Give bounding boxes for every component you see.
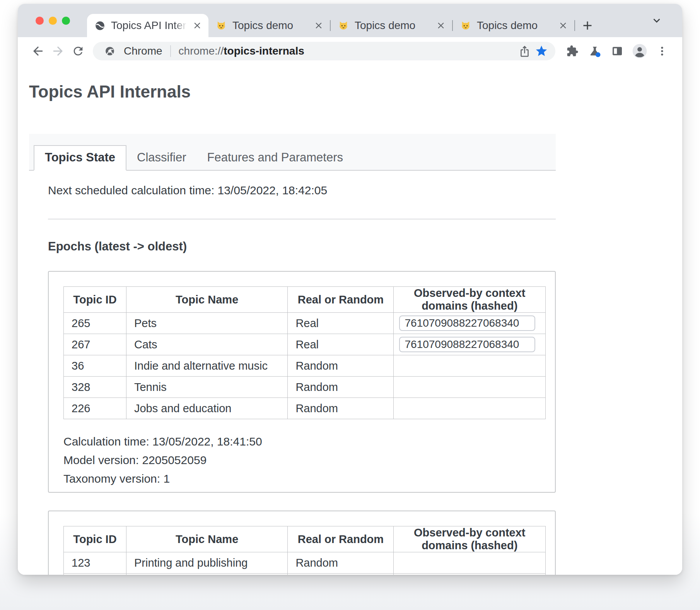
observed-domains-cell	[394, 398, 546, 419]
side-panel-icon	[611, 45, 623, 57]
profile-button[interactable]	[630, 41, 650, 61]
topic-name-cell: Indie and alternative music	[126, 355, 287, 377]
real-or-random-cell: Random	[288, 552, 394, 574]
hashed-domain-input[interactable]	[399, 315, 535, 331]
window-controls	[18, 17, 87, 25]
browser-toolbar: Chrome chrome://topics-internals	[18, 37, 682, 65]
taxonomy-version: Taxonomy version: 1	[63, 469, 546, 488]
tab-title: Topics API Internals	[111, 19, 188, 32]
share-button[interactable]	[516, 43, 533, 60]
profile-avatar	[632, 43, 647, 59]
share-icon	[519, 45, 531, 57]
browser-window: Topics API Internals Topics demo Topics …	[18, 4, 682, 575]
tab-close-icon[interactable]	[436, 21, 446, 31]
side-panel-button[interactable]	[607, 41, 627, 61]
observed-domains-cell	[394, 355, 546, 377]
window-zoom-button[interactable]	[62, 17, 70, 25]
table-row: 267 Cats Real	[64, 334, 546, 355]
bookmark-button[interactable]	[533, 43, 550, 60]
topic-id-cell: 36	[64, 355, 126, 377]
extensions-button[interactable]	[562, 41, 582, 61]
topic-id-cell: 328	[64, 377, 126, 398]
real-or-random-cell: Real	[288, 313, 394, 334]
tab-classifier[interactable]: Classifier	[126, 145, 196, 170]
real-or-random-cell: Random	[288, 574, 394, 575]
browser-tab-strip: Topics API Internals Topics demo Topics …	[18, 4, 682, 37]
tab-features-and-parameters[interactable]: Features and Parameters	[197, 145, 354, 170]
cat-favicon-icon	[461, 21, 471, 31]
topic-id-cell: 267	[64, 334, 126, 355]
tab-close-icon[interactable]	[192, 21, 202, 31]
hashed-domain-input[interactable]	[399, 337, 535, 352]
column-header-topic-name: Topic Name	[126, 287, 287, 313]
topic-id-cell: 123	[64, 552, 126, 574]
tab-topics-state[interactable]: Topics State	[34, 145, 126, 171]
real-or-random-cell: Real	[288, 334, 394, 355]
column-header-observed-domains: Observed-by context domains (hashed)	[394, 526, 546, 552]
browser-tab-topics-demo-3[interactable]: Topics demo	[453, 14, 574, 37]
window-minimize-button[interactable]	[49, 17, 57, 25]
epochs-heading: Epochs (latest -> oldest)	[48, 240, 556, 254]
observed-domains-cell	[394, 313, 546, 334]
calculation-time: Calculation time: 13/05/2022, 18:41:50	[63, 432, 546, 451]
table-row: 265 Pets Real	[64, 313, 546, 334]
table-row: 123 Printing and publishing Random	[64, 552, 546, 574]
window-close-button[interactable]	[36, 17, 44, 25]
column-header-real-or-random: Real or Random	[288, 526, 394, 552]
observed-domains-cell	[394, 377, 546, 398]
reload-icon	[72, 45, 85, 58]
new-tab-plus-icon	[580, 19, 594, 33]
epoch-metadata: Calculation time: 13/05/2022, 18:41:50 M…	[63, 432, 546, 488]
table-row: 226 Jobs and education Random	[64, 398, 546, 419]
browser-tab-topics-internals[interactable]: Topics API Internals	[87, 14, 208, 37]
real-or-random-cell: Random	[288, 355, 394, 377]
next-calculation-time: Next scheduled calculation time: 13/05/2…	[48, 184, 556, 197]
browser-menu-button[interactable]	[652, 41, 672, 61]
epoch-card-1: Topic ID Topic Name Real or Random Obser…	[48, 271, 556, 493]
forward-button[interactable]	[48, 41, 68, 61]
table-header-row: Topic ID Topic Name Real or Random Obser…	[64, 526, 546, 552]
divider	[48, 219, 556, 219]
column-header-topic-name: Topic Name	[126, 526, 287, 552]
tab-title: Topics demo	[232, 19, 310, 32]
topics-state-panel: Next scheduled calculation time: 13/05/2…	[29, 171, 556, 575]
tab-close-icon[interactable]	[314, 21, 324, 31]
tab-title: Topics demo	[477, 19, 554, 32]
epoch-1-table: Topic ID Topic Name Real or Random Obser…	[63, 286, 546, 419]
table-row: 200 Fibre and textile arts Random	[64, 574, 546, 575]
experiments-button[interactable]	[585, 41, 605, 61]
tab-title: Topics demo	[355, 19, 432, 32]
browser-tab-topics-demo-2[interactable]: Topics demo	[331, 14, 452, 37]
globe-favicon-icon	[95, 21, 105, 31]
url-scheme: chrome://	[179, 45, 224, 57]
column-header-real-or-random: Real or Random	[288, 287, 394, 313]
epoch-2-table: Topic ID Topic Name Real or Random Obser…	[63, 526, 546, 575]
chrome-logo-icon	[101, 43, 118, 60]
cat-favicon-icon	[338, 21, 349, 31]
back-arrow-icon	[31, 44, 45, 58]
page-content: Topics API Internals Topics State Classi…	[18, 65, 682, 575]
back-button[interactable]	[28, 41, 48, 61]
observed-domains-cell	[394, 574, 546, 575]
model-version: Model version: 2205052059	[63, 451, 546, 469]
topic-id-cell: 200	[64, 574, 126, 575]
new-tab-button[interactable]	[575, 14, 600, 37]
topic-id-cell: 226	[64, 398, 126, 419]
tab-close-icon[interactable]	[558, 21, 568, 31]
chevron-down-icon	[650, 14, 663, 27]
reload-button[interactable]	[68, 41, 88, 61]
menu-dots-icon	[656, 45, 668, 57]
topic-name-cell: Tennis	[126, 377, 287, 398]
forward-arrow-icon	[51, 44, 65, 58]
url-text: chrome://topics-internals	[179, 45, 304, 57]
browser-tab-topics-demo-1[interactable]: Topics demo	[208, 14, 330, 37]
real-or-random-cell: Random	[288, 377, 394, 398]
topic-name-cell: Cats	[126, 334, 287, 355]
url-host: topics-internals	[224, 45, 304, 57]
topic-name-cell: Jobs and education	[126, 398, 287, 419]
bookmark-star-icon	[535, 45, 548, 58]
column-header-topic-id: Topic ID	[64, 526, 126, 552]
address-bar[interactable]: Chrome chrome://topics-internals	[93, 42, 555, 60]
observed-domains-cell	[394, 552, 546, 574]
tab-list-chevron-button[interactable]	[649, 13, 664, 28]
